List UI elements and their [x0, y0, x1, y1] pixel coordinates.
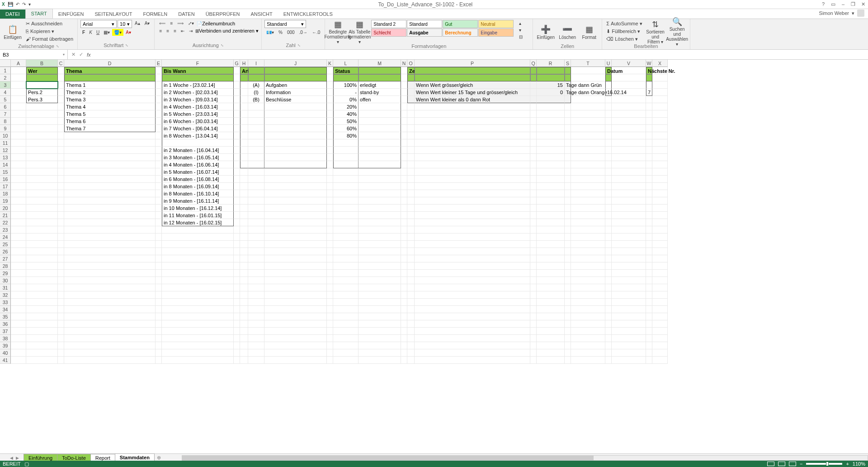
cell[interactable] [248, 291, 264, 299]
cell[interactable] [156, 248, 162, 255]
cell[interactable] [565, 125, 571, 132]
cell[interactable] [264, 349, 327, 357]
cell[interactable]: Datum [605, 67, 612, 74]
align-left-button[interactable]: ≡ [157, 28, 164, 34]
find-select-button[interactable]: 🔍Suchen und Auswählen ▾ [667, 20, 687, 43]
cell[interactable]: in 3 Wochen - [09.03.14] [162, 96, 234, 103]
cell[interactable] [646, 284, 652, 291]
cell[interactable] [234, 248, 240, 255]
cell[interactable] [605, 139, 612, 147]
cell[interactable]: Thema 4 [64, 103, 156, 110]
cell[interactable] [333, 176, 359, 183]
cell[interactable] [327, 262, 333, 270]
cell[interactable] [11, 168, 26, 176]
view-normal-button[interactable] [767, 462, 774, 466]
cell[interactable] [652, 349, 668, 357]
cell[interactable] [530, 342, 537, 349]
cell[interactable] [58, 168, 64, 176]
sheet-nav-prev-icon[interactable]: ◀ [9, 456, 14, 460]
cell[interactable] [407, 96, 415, 103]
cell[interactable] [571, 284, 605, 291]
cell[interactable]: in 4 Wochen - [16.03.14] [162, 103, 234, 110]
font-size-select[interactable]: 10▾ [118, 20, 132, 28]
row-header[interactable]: 12 [0, 147, 11, 154]
col-header[interactable]: G [234, 60, 240, 67]
cell[interactable] [530, 226, 537, 234]
cell[interactable] [240, 205, 248, 212]
cell[interactable] [64, 197, 156, 205]
cell[interactable] [537, 262, 565, 270]
cell[interactable]: Wer [26, 67, 58, 74]
cell[interactable] [264, 205, 327, 212]
cell[interactable] [612, 313, 646, 320]
cell[interactable] [407, 125, 415, 132]
tab-start[interactable]: START [25, 9, 53, 19]
cell[interactable] [162, 270, 234, 277]
cell[interactable] [11, 147, 26, 154]
cell[interactable] [571, 132, 605, 139]
cell[interactable] [537, 270, 565, 277]
cell[interactable] [26, 248, 58, 255]
cell[interactable] [415, 313, 530, 320]
cell[interactable] [26, 234, 58, 241]
cell[interactable] [565, 313, 571, 320]
cell[interactable]: Thema 5 [64, 110, 156, 118]
cell[interactable] [327, 234, 333, 241]
cell[interactable] [571, 197, 605, 205]
cell[interactable] [240, 103, 248, 110]
cell[interactable] [571, 168, 605, 176]
cell[interactable] [234, 277, 240, 284]
cell[interactable] [327, 255, 333, 262]
cell[interactable] [156, 147, 162, 154]
cell[interactable] [530, 161, 537, 168]
cell[interactable] [248, 342, 264, 349]
cell[interactable] [156, 154, 162, 161]
cell[interactable] [264, 320, 327, 328]
cell[interactable] [248, 255, 264, 262]
cell[interactable] [537, 248, 565, 255]
cell[interactable] [605, 212, 612, 219]
cell[interactable] [530, 89, 537, 96]
cell[interactable] [571, 270, 605, 277]
cell[interactable] [537, 125, 565, 132]
tab-ansicht[interactable]: ANSICHT [245, 10, 278, 19]
cell[interactable] [327, 335, 333, 342]
cell[interactable] [156, 306, 162, 313]
cell[interactable] [359, 234, 401, 241]
cell[interactable] [26, 313, 58, 320]
cell[interactable] [11, 103, 26, 110]
cell[interactable] [162, 349, 234, 357]
cell[interactable] [646, 197, 652, 205]
cell[interactable] [156, 205, 162, 212]
cell[interactable] [333, 190, 359, 197]
cell[interactable] [26, 154, 58, 161]
conditional-formatting-button[interactable]: ▦Bedingte Formatierung ▾ [328, 20, 348, 43]
cell[interactable] [571, 291, 605, 299]
cell[interactable] [407, 161, 415, 168]
cell[interactable] [537, 147, 565, 154]
cell[interactable] [234, 81, 240, 89]
cell[interactable] [248, 161, 264, 168]
cell[interactable] [530, 306, 537, 313]
cell[interactable] [646, 139, 652, 147]
cell[interactable] [11, 139, 26, 147]
cell[interactable] [162, 74, 234, 81]
cell[interactable] [234, 118, 240, 125]
cell[interactable] [64, 190, 156, 197]
cell[interactable] [248, 248, 264, 255]
cell[interactable] [26, 262, 58, 270]
copy-button[interactable]: ⎘Kopieren ▾ [24, 28, 75, 35]
cell[interactable] [612, 284, 646, 291]
cell[interactable] [333, 270, 359, 277]
cell[interactable] [327, 205, 333, 212]
cell[interactable] [530, 74, 537, 81]
cell[interactable] [156, 176, 162, 183]
row-header[interactable]: 14 [0, 161, 11, 168]
cell[interactable] [605, 306, 612, 313]
tab-ueberpruefen[interactable]: ÜBERPRÜFEN [200, 10, 245, 19]
cell[interactable] [359, 313, 401, 320]
cell[interactable] [407, 74, 415, 81]
cell[interactable] [537, 357, 565, 364]
cell[interactable] [333, 335, 359, 342]
enter-formula-icon[interactable]: ✓ [79, 52, 83, 57]
